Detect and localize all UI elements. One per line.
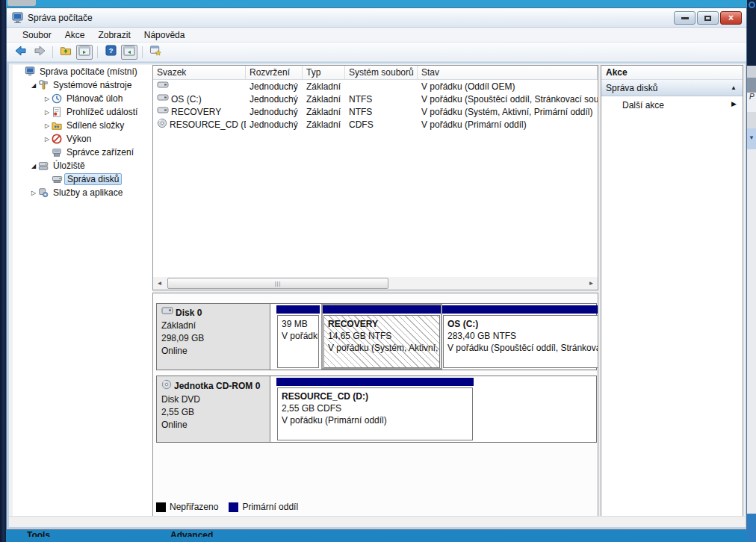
tree-item-sdílené-složky[interactable]: ▷Sdílené složky [13, 119, 152, 132]
tools-icon [38, 80, 51, 91]
tree-item-plánovač-úloh[interactable]: ▷Plánovač úloh [13, 92, 152, 105]
expander-collapsed-icon[interactable]: ▷ [43, 109, 52, 116]
expander-expanded-icon[interactable]: ◢ [29, 163, 38, 169]
show-action-pane-icon [123, 46, 135, 59]
volume-row-resource-cd-d[interactable]: RESOURCE_CD (D:)JednoduchýZákladníCDFSV … [153, 118, 598, 131]
tree-item-výkon[interactable]: ▷Výkon [13, 132, 152, 146]
volume-row-oem[interactable]: JednoduchýZákladníV pořádku (Oddíl OEM) [153, 80, 598, 93]
maximize-button[interactable] [697, 11, 719, 25]
volume-list-header: SvazekRozvrženíTypSystém souborůStav [153, 66, 598, 80]
cell-layout: Jednoduchý [246, 81, 303, 92]
minimize-button[interactable] [674, 11, 695, 25]
menu-item-zobrazit[interactable]: Zobrazit [91, 28, 137, 42]
disk-status: Online [161, 419, 265, 432]
partition-size: 39 MB [282, 318, 315, 330]
toolbar-separator [142, 46, 143, 58]
forward-button[interactable] [31, 45, 48, 60]
cd-icon [161, 379, 172, 393]
volume-icon [157, 81, 169, 92]
horizontal-scrollbar[interactable]: ◄ ||| ► [153, 277, 598, 290]
back-button[interactable] [13, 45, 29, 60]
volume-text: RESOURCE_CD (D:) [170, 119, 246, 130]
partition-os-c[interactable]: OS (C:)283,40 GB NTFSV pořádku (Spouštěc… [442, 305, 598, 368]
column-header-svazek[interactable]: Svazek [153, 66, 246, 79]
tree-item-label: Správa počítače (místní) [37, 66, 140, 77]
partition-details: RESOURCE_CD (D:)2,55 GB CDFSV pořádku (P… [277, 387, 473, 440]
tree-item-správa-disků[interactable]: Správa disků [13, 172, 152, 186]
title-bar[interactable]: Správa počítače × [7, 8, 746, 28]
expander-collapsed-icon[interactable]: ▷ [29, 190, 38, 196]
disk-info-disk-0[interactable]: Disk 0Základní298,09 GBOnline [157, 304, 270, 370]
volume-row-recovery[interactable]: RECOVERYJednoduchýZákladníNTFSV pořádku … [153, 105, 598, 118]
background-strip [747, 78, 756, 93]
disk-row-jednotka-cd-rom-0: Jednotka CD-ROM 0Disk DVD2,55 GBOnlineRE… [156, 376, 597, 443]
background-strip [747, 514, 756, 542]
disk-drive-icon [161, 307, 173, 320]
expander-collapsed-icon[interactable]: ▷ [43, 122, 52, 129]
partition-title: OS (C:) [447, 318, 594, 330]
console-properties-button[interactable] [147, 45, 164, 60]
fs-text: NTFS [349, 94, 372, 105]
expander-expanded-icon[interactable]: ◢ [29, 82, 38, 89]
disk-management-icon [52, 174, 64, 185]
more-actions-item[interactable]: Další akce ▶ [601, 96, 743, 113]
column-header-rozvržení[interactable]: Rozvržení [246, 66, 303, 79]
show-console-tree-icon [78, 46, 90, 59]
help-button[interactable]: ? [102, 45, 119, 60]
partition-status: V pořádku (Spouštěcí oddíl, Stránkovací … [447, 342, 594, 354]
background-text-fragment: P [747, 93, 756, 112]
tree-item-služby-a-aplikace[interactable]: ▷Služby a aplikace [13, 186, 152, 199]
expander-collapsed-icon[interactable]: ▷ [43, 96, 52, 102]
tree-item-úložiště[interactable]: ◢Úložiště [13, 159, 152, 172]
scroll-left-arrow[interactable]: ◄ [153, 277, 166, 290]
partition-status: V pořádku (Primární oddíl) [282, 414, 468, 426]
tree-item-label: Prohlížeč událostí [64, 107, 140, 117]
dropdown-caret-fragment: ▼ [747, 128, 756, 149]
content-area: Správa počítače (místní)◢Systémové nástr… [9, 63, 746, 519]
tree-item-label: Služby a aplikace [51, 187, 125, 198]
disk-name-text: Jednotka CD-ROM 0 [174, 380, 260, 393]
folder-up-button[interactable] [58, 45, 74, 60]
close-icon: × [728, 13, 734, 23]
column-header-typ[interactable]: Typ [303, 66, 345, 79]
collapse-icon[interactable]: ▲ [731, 84, 737, 91]
services-icon [38, 187, 51, 199]
legend-color-swatch [156, 502, 166, 512]
show-action-pane-button[interactable] [121, 45, 137, 60]
tree-item-systémové-nástroje[interactable]: ◢Systémové nástroje [13, 78, 152, 92]
tree-item-správa-počítače-místní[interactable]: Správa počítače (místní) [13, 65, 152, 78]
cell-type: Základní [303, 94, 345, 105]
background-strip [747, 112, 756, 128]
disk-status: Online [161, 345, 265, 358]
scroll-right-arrow[interactable]: ► [585, 277, 598, 290]
column-header-stav[interactable]: Stav [418, 66, 598, 79]
background-dark-area [747, 0, 756, 66]
tree-item-label: Sdílené složky [64, 120, 126, 131]
partition-oem-0[interactable]: 39 MBV pořádku (Oddíl OEM) [276, 305, 320, 368]
disk-info-jednotka-cd-rom-0[interactable]: Jednotka CD-ROM 0Disk DVD2,55 GBOnline [157, 376, 270, 442]
scrollbar-thumb[interactable]: ||| [167, 278, 388, 289]
menu-item-akce[interactable]: Akce [58, 28, 92, 42]
menu-item-soubor[interactable]: Soubor [16, 28, 58, 42]
cell-fs: NTFS [345, 107, 418, 117]
menu-item-nápověda[interactable]: Nápověda [137, 28, 192, 42]
column-header-systém-souborů[interactable]: Systém souborů [345, 66, 418, 79]
volume-row-os-c[interactable]: OS (C:)JednoduchýZákladníNTFSV pořádku (… [153, 93, 598, 105]
cell-fs: NTFS [345, 94, 418, 105]
primary-partition-band [442, 305, 598, 314]
close-button[interactable]: × [720, 11, 742, 25]
disk-kind: Základní [161, 320, 265, 332]
volume-text: OS (C:) [171, 94, 202, 105]
background-window-right-strip: P ▼ [747, 0, 756, 542]
actions-section-disk-management[interactable]: Správa disků ▲ [601, 80, 743, 96]
tree-item-správce-zařízení[interactable]: Správce zařízení [13, 146, 152, 159]
show-console-tree-button[interactable] [76, 45, 93, 60]
console-properties-icon [149, 45, 161, 59]
cell-layout: Jednoduchý [246, 94, 303, 105]
partition-recovery[interactable]: RECOVERY14,65 GB NTFSV pořádku (Systém, … [323, 305, 441, 368]
folder-up-icon [60, 45, 72, 59]
expander-collapsed-icon[interactable]: ▷ [43, 136, 52, 143]
partition-resource-cd-d[interactable]: RESOURCE_CD (D:)2,55 GB CDFSV pořádku (P… [276, 378, 474, 440]
submenu-arrow-icon: ▶ [731, 100, 737, 108]
tree-item-prohlížeč-událostí[interactable]: ▷Prohlížeč událostí [13, 105, 152, 119]
